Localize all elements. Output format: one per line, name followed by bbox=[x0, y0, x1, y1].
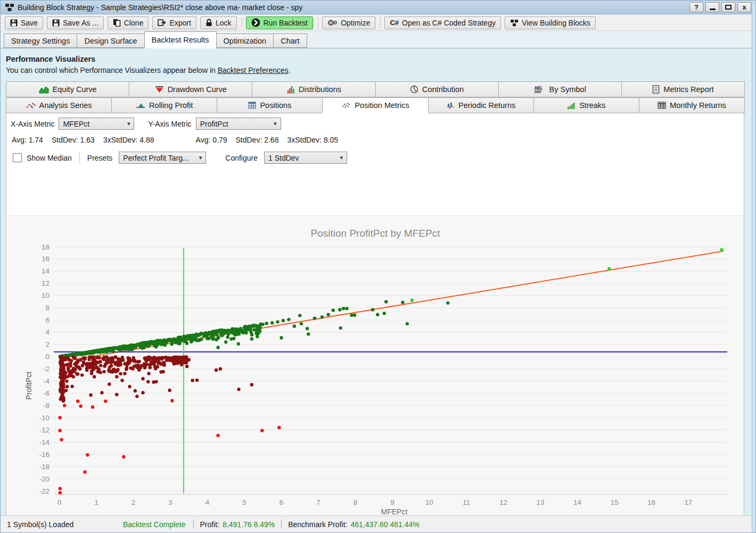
optimize-button[interactable]: ⚙⚙ Optimize bbox=[322, 16, 376, 29]
svg-text:-6: -6 bbox=[43, 389, 50, 397]
help-button[interactable]: ? bbox=[689, 2, 703, 12]
show-median-checkbox[interactable] bbox=[13, 153, 22, 162]
tab-by-symbol[interactable]: ABCDEF By Symbol bbox=[498, 81, 622, 97]
minimize-button[interactable] bbox=[705, 2, 719, 12]
svg-text:6: 6 bbox=[280, 498, 284, 506]
tab-monthly-returns[interactable]: Monthly Returns bbox=[639, 97, 745, 113]
tab-analysis-series[interactable]: Analysis Series bbox=[6, 97, 112, 113]
svg-text:-22: -22 bbox=[39, 487, 50, 495]
by-symbol-icon: ABCDEF bbox=[534, 85, 546, 94]
csharp-icon: C# bbox=[390, 19, 399, 27]
tab-contribution[interactable]: Contribution bbox=[375, 81, 499, 97]
x-axis-metric-select[interactable]: MFEPct ▾ bbox=[59, 118, 134, 130]
svg-text:9: 9 bbox=[390, 498, 395, 506]
svg-text:DEF: DEF bbox=[535, 90, 541, 94]
svg-text:13: 13 bbox=[536, 498, 544, 506]
svg-text:4: 4 bbox=[45, 328, 50, 336]
y-stddev-stat: StdDev: 2.68 bbox=[235, 136, 278, 144]
periodic-returns-icon bbox=[446, 102, 455, 110]
tab-distributions[interactable]: Distributions bbox=[252, 81, 375, 97]
clone-button[interactable]: Clone bbox=[108, 16, 149, 29]
toolbar-separator bbox=[242, 17, 242, 29]
tab-chart[interactable]: Chart bbox=[273, 34, 307, 48]
export-button[interactable]: Export bbox=[152, 16, 196, 29]
svg-text:12: 12 bbox=[499, 498, 507, 506]
tab-design-surface[interactable]: Design Surface bbox=[77, 34, 144, 48]
positions-points bbox=[59, 248, 724, 495]
main-tab-bar: Strategy Settings Design Surface Backtes… bbox=[1, 31, 756, 48]
chevron-down-icon: ▾ bbox=[199, 154, 202, 161]
tab-positions[interactable]: Positions bbox=[217, 97, 323, 113]
lock-icon bbox=[206, 19, 212, 27]
profit-value: 8,491.76 8.49% bbox=[223, 520, 275, 529]
svg-text:-14: -14 bbox=[39, 438, 50, 446]
toolbar: Save Save As ... Clone Export Lock Run B… bbox=[1, 15, 756, 31]
benchmark-profit-value: 461,437.60 461.44% bbox=[350, 520, 419, 529]
window-title: Building Block Strategy - Sample Strateg… bbox=[18, 3, 689, 12]
close-button[interactable]: x bbox=[737, 2, 751, 12]
tab-metrics-report[interactable]: Metrics Report bbox=[621, 81, 745, 97]
axis-metric-controls: X-Axis Metric MFEPct ▾ Y-Axis Metric Pro… bbox=[11, 118, 281, 130]
toolbar-separator bbox=[318, 17, 318, 29]
building-blocks-icon bbox=[5, 3, 14, 12]
svg-text:8: 8 bbox=[45, 304, 50, 312]
y-avg-stat: Avg: 0.79 bbox=[196, 136, 227, 144]
x-axis-metric-label: X-Axis Metric bbox=[11, 120, 54, 128]
title-bar: Building Block Strategy - Sample Strateg… bbox=[1, 1, 756, 14]
svg-text:1: 1 bbox=[94, 498, 98, 506]
svg-text:4: 4 bbox=[206, 498, 210, 506]
show-median-label: Show Median bbox=[27, 154, 72, 162]
maximize-button[interactable] bbox=[721, 2, 735, 12]
tab-periodic-returns[interactable]: Periodic Returns bbox=[428, 97, 534, 113]
open-csharp-button[interactable]: C# Open as C# Coded Strategy bbox=[384, 16, 501, 29]
configure-select[interactable]: 1 StdDev ▾ bbox=[264, 152, 347, 164]
rolling-profit-icon bbox=[136, 102, 145, 109]
x-avg-stat: Avg: 1.74 bbox=[12, 136, 43, 144]
equity-curve-icon bbox=[39, 86, 49, 94]
svg-text:14: 14 bbox=[573, 498, 582, 506]
chevron-down-icon: ▾ bbox=[127, 120, 130, 127]
drawdown-curve-icon bbox=[155, 86, 164, 93]
window-right-border bbox=[752, 1, 755, 533]
svg-text:15: 15 bbox=[610, 498, 618, 506]
tab-position-metrics[interactable]: Position Metrics bbox=[322, 97, 428, 113]
benchmark-profit-label: Benchmark Profit: bbox=[288, 520, 347, 529]
chevron-down-icon: ▾ bbox=[340, 154, 343, 161]
monthly-returns-icon bbox=[658, 102, 666, 109]
save-button[interactable]: Save bbox=[5, 16, 43, 29]
tab-strategy-settings[interactable]: Strategy Settings bbox=[4, 34, 77, 48]
view-building-blocks-button[interactable]: View Building Blocks bbox=[505, 16, 596, 29]
position-metrics-icon bbox=[341, 102, 351, 109]
run-backtest-button[interactable]: Run Backtest bbox=[246, 16, 313, 29]
visualizer-tab-row-1: Equity Curve Drawdown Curve Distribution… bbox=[6, 81, 744, 97]
lock-button[interactable]: Lock bbox=[200, 16, 237, 29]
svg-text:-16: -16 bbox=[39, 451, 50, 459]
save-icon bbox=[10, 19, 18, 27]
svg-text:10: 10 bbox=[42, 292, 50, 299]
presets-select[interactable]: Perfect Profit Targ... ▾ bbox=[119, 152, 206, 164]
save-as-button[interactable]: Save As ... bbox=[47, 16, 104, 29]
backtest-results-pane: Performance Visualizers You can control … bbox=[1, 48, 756, 533]
svg-text:6: 6 bbox=[45, 316, 50, 324]
tab-backtest-results[interactable]: Backtest Results bbox=[144, 31, 217, 48]
svg-text:-12: -12 bbox=[39, 426, 50, 434]
svg-text:18: 18 bbox=[42, 243, 50, 251]
tab-optimization[interactable]: Optimization bbox=[216, 34, 274, 48]
export-icon bbox=[158, 19, 166, 27]
tab-rolling-profit[interactable]: Rolling Profit bbox=[111, 97, 217, 113]
y-axis-metric-select[interactable]: ProfitPct ▾ bbox=[196, 118, 281, 130]
maximize-icon bbox=[725, 5, 732, 10]
scatter-plot: -22-20-18-16-14-12-10-8-6-4-202468101214… bbox=[7, 216, 744, 533]
performance-visualizers-heading: Performance Visualizers bbox=[6, 55, 95, 63]
blocks-icon bbox=[510, 19, 519, 27]
tab-drawdown-curve[interactable]: Drawdown Curve bbox=[129, 81, 252, 97]
clone-icon bbox=[113, 19, 121, 27]
tab-equity-curve[interactable]: Equity Curve bbox=[6, 81, 129, 97]
svg-text:0: 0 bbox=[57, 498, 62, 506]
scatter-chart-panel: Position ProfitPct by MFEPct -22-20-18-1… bbox=[7, 215, 744, 533]
svg-text:2: 2 bbox=[132, 498, 136, 506]
backtest-preferences-link[interactable]: Backtest Preferences bbox=[218, 66, 289, 74]
streaks-icon bbox=[567, 102, 576, 110]
tab-streaks[interactable]: Streaks bbox=[533, 97, 639, 113]
svg-text:2: 2 bbox=[45, 340, 50, 348]
